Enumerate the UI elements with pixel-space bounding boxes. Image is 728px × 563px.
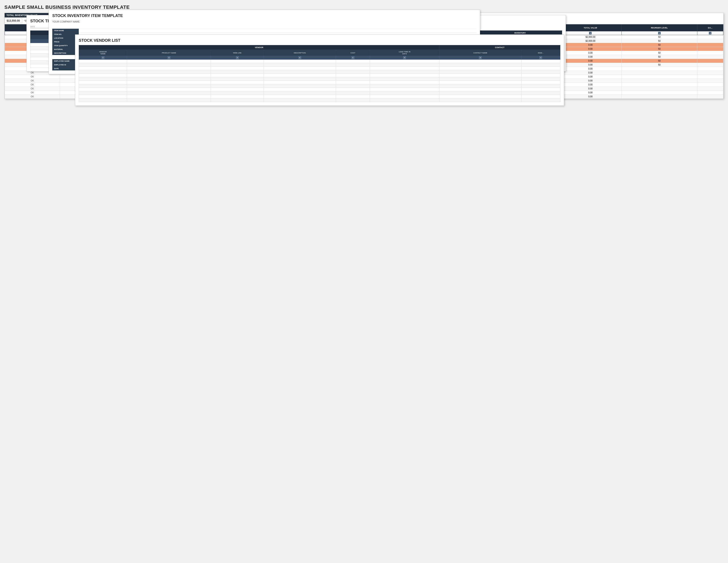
- da-cell: [697, 91, 723, 95]
- total-cell: 0.00: [559, 79, 621, 83]
- employee-id-label: EMPLOYEE ID: [52, 63, 79, 67]
- vf-email[interactable]: ▼: [539, 56, 542, 59]
- table-row: [79, 70, 560, 74]
- total-cell: 0.00: [559, 95, 621, 99]
- web-link-col: WEB LINK: [211, 50, 264, 56]
- reorder-cell: OK: [5, 83, 60, 87]
- table-row: [79, 84, 560, 88]
- table-row: [79, 77, 560, 81]
- vf-lead-time[interactable]: ▼: [403, 56, 406, 59]
- level-cell: 50: [621, 51, 697, 55]
- level-cell: 50: [621, 47, 697, 51]
- total-cell: 0.00: [559, 87, 621, 91]
- vendor-group-label: VENDOR: [79, 45, 439, 50]
- email-col: EMAI...: [521, 50, 560, 56]
- da-cell: [697, 87, 723, 91]
- filter-arrow-level[interactable]: ▼: [658, 32, 661, 34]
- item-info-section-header: ITEM INFO: [52, 25, 476, 29]
- vf-vendor-name[interactable]: ▼: [102, 56, 104, 59]
- level-cell: [621, 87, 697, 91]
- filter-arrow-da[interactable]: ▼: [709, 32, 711, 34]
- total-cell: 0.00: [559, 75, 621, 79]
- table-row: [79, 74, 560, 77]
- vendor-sub-header: VENDORNAME PRODUCT NAME WEB LINK DESCRIP…: [79, 50, 560, 56]
- reorder-cell: OK: [5, 75, 60, 79]
- da-cell: [697, 95, 723, 99]
- total-cell: 0.00: [559, 91, 621, 95]
- vf-description[interactable]: ▼: [298, 56, 301, 59]
- total-cell: 0.00: [559, 63, 621, 67]
- description-label: DESCRIPTION: [52, 51, 79, 55]
- table-row: [79, 60, 560, 63]
- da-cell: [697, 43, 723, 47]
- da-cell: [697, 67, 723, 71]
- table-row: [79, 88, 560, 91]
- col-reorder-level: REORDER LEVEL: [621, 24, 697, 31]
- da-cell: [697, 59, 723, 63]
- vendor-list-title: STOCK VENDOR LIST: [79, 38, 560, 43]
- product-name-col: PRODUCT NAME: [127, 50, 211, 56]
- inventory-item-title: STOCK INVENTORY ITEM TEMPLATE: [52, 13, 476, 18]
- vf-cost[interactable]: ▼: [352, 56, 354, 59]
- company-name: YOUR COMPANY NAME: [52, 20, 476, 23]
- page-title: SAMPLE SMALL BUSINESS INVENTORY TEMPLATE: [4, 4, 724, 10]
- da-cell: [697, 79, 723, 83]
- vf-contact-name[interactable]: ▼: [479, 56, 482, 59]
- sheet-vendor-list: STOCK VENDOR LIST VENDOR CONTACT VENDORN…: [75, 34, 564, 106]
- item-name-row: ITEM NAME: [52, 29, 476, 33]
- level-cell: [621, 79, 697, 83]
- total-cell: 0.00: [559, 51, 621, 55]
- employee-name-label: EMPLOYEE NAME: [52, 59, 79, 63]
- da-cell: [697, 63, 723, 67]
- reorder-cell: OK: [5, 91, 60, 95]
- da-cell: [697, 39, 723, 43]
- total-cell: 0.00: [559, 47, 621, 51]
- total-cell: 0.00: [559, 83, 621, 87]
- col-total-value: TOTAL VALUE: [559, 24, 621, 31]
- level-cell: [621, 95, 697, 99]
- total-cell: $2,000.00: [559, 35, 621, 39]
- level-cell: 50: [621, 55, 697, 59]
- total-cell: 0.00: [559, 43, 621, 47]
- material-label: MATERIAL: [52, 47, 79, 51]
- level-cell: 50: [621, 63, 697, 67]
- da-cell: [697, 47, 723, 51]
- total-cell: 0.00: [559, 59, 621, 63]
- vendor-filter-row: ▼ ▼ ▼ ▼ ▼ ▼ ▼ ▼: [79, 56, 560, 60]
- price-label: PRICE: [52, 40, 79, 44]
- level-cell: 50: [621, 59, 697, 63]
- vf-web-link[interactable]: ▼: [236, 56, 239, 59]
- total-cell: $2,000.00: [559, 39, 621, 43]
- total-cell: 0.00: [559, 55, 621, 59]
- location-label: LOCATION: [52, 36, 79, 40]
- level-cell: 50: [621, 39, 697, 43]
- total-cell: 0.00: [559, 67, 621, 71]
- da-cell: [697, 71, 723, 75]
- vf-product-name[interactable]: ▼: [168, 56, 170, 59]
- item-name-label: ITEM NAME: [52, 29, 79, 33]
- table-row: [79, 67, 560, 70]
- filter-arrow-total[interactable]: ▼: [589, 32, 592, 34]
- table-row: [79, 63, 560, 67]
- reorder-cell: OK: [5, 79, 60, 83]
- level-cell: [621, 75, 697, 79]
- vendor-name-col: VENDORNAME: [79, 50, 127, 56]
- table-row: [79, 81, 560, 84]
- lead-time-col: LEAD TIME INDAYS: [370, 50, 439, 56]
- table-row: [79, 98, 560, 102]
- level-cell: [621, 71, 697, 75]
- level-cell: [621, 67, 697, 71]
- cost-col: COST: [336, 50, 370, 56]
- total-inv-value: $13,550.00: [5, 18, 22, 23]
- col-da: DA...: [697, 24, 723, 31]
- level-cell: [621, 83, 697, 87]
- total-cell: 0.00: [559, 71, 621, 75]
- item-qty-label: ITEM QUANTITY: [52, 44, 79, 47]
- level-cell: [621, 91, 697, 95]
- item-name-value[interactable]: [79, 29, 476, 33]
- vendor-table: VENDOR CONTACT VENDORNAME PRODUCT NAME W…: [79, 45, 560, 102]
- level-cell: 50: [621, 43, 697, 47]
- da-cell: [697, 51, 723, 55]
- da-cell: [697, 75, 723, 79]
- level-cell: 50: [621, 35, 697, 39]
